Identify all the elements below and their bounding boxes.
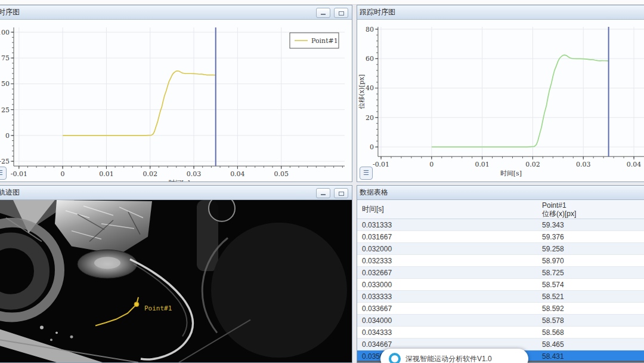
svg-text:-0.01: -0.01 xyxy=(373,161,389,168)
panel-title: 轨迹图 xyxy=(0,187,20,198)
maximize-icon xyxy=(339,192,344,196)
maximize-icon xyxy=(339,11,344,16)
column-header-time[interactable]: 时间[s] xyxy=(357,204,538,214)
y-axis-label: 位移(x)[px] xyxy=(358,74,366,109)
svg-text:0: 0 xyxy=(5,132,10,140)
minimize-button[interactable] xyxy=(316,188,330,198)
table-row[interactable]: 0.03166759.376 xyxy=(357,231,644,243)
panel-timeseries-titlebar[interactable]: 时序图 xyxy=(0,5,352,20)
table-row[interactable]: 0.03333358.521 xyxy=(357,291,644,303)
table-row[interactable]: 0.03300058.574 xyxy=(357,279,644,291)
chart1-svg[interactable]: -0.0100.010.020.030.040.051007550250-25时… xyxy=(0,20,352,182)
window-top-strip xyxy=(0,0,644,5)
svg-text:0: 0 xyxy=(61,170,65,178)
chart-menu-button[interactable]: ☰ xyxy=(360,167,373,180)
video-frame[interactable]: Point#1 xyxy=(0,200,352,362)
chart2-svg[interactable]: -0.0100.010.020.030.04806040200时间[s]位移(x… xyxy=(357,20,644,182)
svg-text:60: 60 xyxy=(366,55,374,63)
svg-text:0.04: 0.04 xyxy=(627,161,641,168)
svg-text:0.02: 0.02 xyxy=(143,170,157,178)
svg-text:0.02: 0.02 xyxy=(525,161,540,168)
svg-text:0.04: 0.04 xyxy=(230,170,244,178)
cell-displacement: 58.521 xyxy=(538,293,644,301)
cell-time: 0.033333 xyxy=(357,293,538,301)
svg-text:0.05: 0.05 xyxy=(274,170,288,178)
cell-time: 0.034667 xyxy=(357,340,538,349)
svg-text:80: 80 xyxy=(366,26,374,33)
table-row[interactable]: 0.03433358.568 xyxy=(357,327,644,339)
minimize-button[interactable] xyxy=(316,8,330,18)
cell-time: 0.034000 xyxy=(357,316,538,325)
svg-text:0: 0 xyxy=(370,143,374,151)
svg-text:0.01: 0.01 xyxy=(99,170,113,178)
svg-text:0.01: 0.01 xyxy=(475,161,489,168)
svg-text:25: 25 xyxy=(1,106,10,114)
panel-tracking-timeseries: 跟踪时序图 -0.0100.010.020.030.04806040200时间[… xyxy=(357,5,644,182)
table-header: 时间[s] Point#1 位移(x)[px] xyxy=(357,200,644,219)
cell-displacement: 59.343 xyxy=(538,221,644,229)
panel-title: 数据表格 xyxy=(360,187,388,198)
column-header-displacement[interactable]: Point#1 位移(x)[px] xyxy=(538,201,644,218)
tracked-point-marker[interactable] xyxy=(134,302,139,307)
machined-hole xyxy=(209,200,235,222)
table-row[interactable]: 0.03400058.578 xyxy=(357,315,644,327)
cell-time: 0.032333 xyxy=(357,257,538,265)
menu-icon: ☰ xyxy=(363,169,369,176)
cell-displacement: 58.592 xyxy=(538,304,644,313)
table-row[interactable]: 0.03200059.258 xyxy=(357,243,644,255)
panel-data-table: 数据表格 时间[s] Point#1 位移(x)[px] 0.03133359.… xyxy=(357,185,644,363)
minimize-icon xyxy=(321,194,326,195)
table-row[interactable]: 0.03133359.343 xyxy=(357,219,644,231)
panel-trajectory-video: 轨迹图 xyxy=(0,185,352,363)
cell-time: 0.034333 xyxy=(357,328,538,337)
maximize-button[interactable] xyxy=(334,188,348,198)
svg-text:0.03: 0.03 xyxy=(187,170,201,178)
panel-title: 跟踪时序图 xyxy=(360,7,395,17)
cell-displacement: 58.574 xyxy=(538,281,644,289)
series-line xyxy=(432,55,609,147)
svg-text:0: 0 xyxy=(429,161,434,168)
svg-text:0.03: 0.03 xyxy=(576,161,590,168)
cell-time: 0.032667 xyxy=(357,269,538,277)
svg-text:75: 75 xyxy=(1,54,10,62)
svg-text:100: 100 xyxy=(0,29,10,36)
table-row[interactable]: 0.03266758.725 xyxy=(357,267,644,279)
svg-text:-0.01: -0.01 xyxy=(11,170,27,178)
cell-displacement: 59.376 xyxy=(538,233,644,241)
cell-displacement: 59.258 xyxy=(538,245,644,253)
svg-text:40: 40 xyxy=(366,85,374,93)
panel-timeseries: 时序图 -0.0100.010.020.030.040.051007550250… xyxy=(0,5,352,182)
cell-time: 0.031333 xyxy=(357,221,538,229)
cell-time: 0.033667 xyxy=(357,304,538,313)
svg-text:20: 20 xyxy=(366,114,374,122)
svg-text:-25: -25 xyxy=(0,158,10,165)
table-rows: 0.03133359.3430.03166759.3760.03200059.2… xyxy=(357,219,644,362)
cell-displacement: 58.970 xyxy=(538,257,644,265)
cell-displacement: 58.725 xyxy=(538,269,644,277)
table-row[interactable]: 0.03366758.592 xyxy=(357,303,644,315)
panel-tracking-titlebar[interactable]: 跟踪时序图 xyxy=(357,5,644,20)
cell-time: 0.031667 xyxy=(357,233,538,241)
series-line xyxy=(63,71,216,136)
app-logo-icon xyxy=(389,353,401,363)
cell-displacement: 58.578 xyxy=(538,316,644,325)
chart-menu-button[interactable]: ☰ xyxy=(0,167,7,180)
tracked-point-label: Point#1 xyxy=(144,304,172,312)
watermark-toast: 深视智能运动分析软件V1.0 xyxy=(380,349,528,363)
x-axis-label: 时间[s] xyxy=(500,170,522,177)
cell-time: 0.033000 xyxy=(357,281,538,289)
cell-displacement: 58.568 xyxy=(538,328,644,337)
minimize-icon xyxy=(321,14,326,15)
cell-displacement: 58.431 xyxy=(538,352,644,361)
x-axis-label: 时间[s] xyxy=(168,179,190,182)
panel-title: 时序图 xyxy=(0,7,20,17)
maximize-button[interactable] xyxy=(334,8,348,18)
panel-video-titlebar[interactable]: 轨迹图 xyxy=(0,186,352,200)
table-row[interactable]: 0.03233358.970 xyxy=(357,255,644,267)
watermark-text: 深视智能运动分析软件V1.0 xyxy=(405,354,492,363)
legend-label: Point#1 xyxy=(311,37,338,45)
panel-table-titlebar[interactable]: 数据表格 xyxy=(357,186,644,200)
cell-time: 0.032000 xyxy=(357,245,538,253)
menu-icon: ☰ xyxy=(0,169,3,176)
cell-displacement: 58.465 xyxy=(538,340,644,349)
